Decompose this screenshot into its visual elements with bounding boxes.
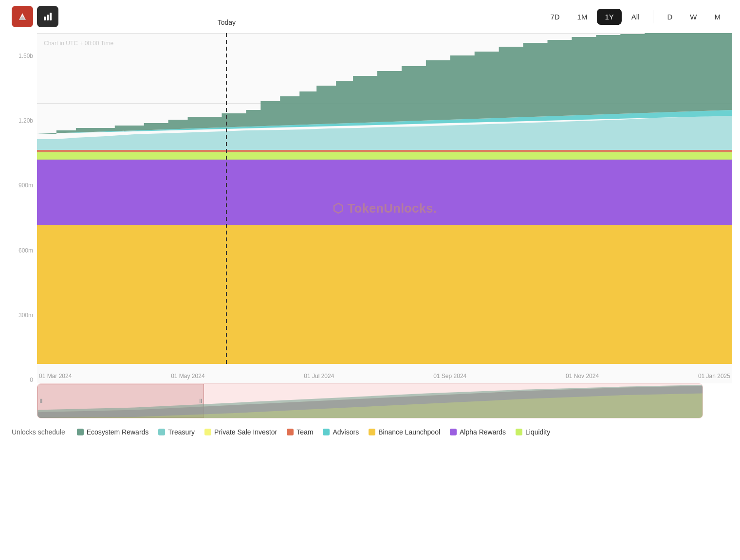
logo-button[interactable]	[12, 6, 33, 27]
y-label-600: 600m	[8, 247, 37, 254]
svg-rect-0	[44, 17, 46, 20]
y-label-300: 300m	[8, 312, 37, 319]
legend-item-private-sale: Private Sale Investor	[204, 428, 277, 436]
x-label-sep: 01 Sep 2024	[433, 373, 466, 379]
y-label-150: 1.50b	[8, 53, 37, 59]
legend-static-label: Unlocks schedule	[12, 428, 65, 436]
legend-label-binance: Binance Launchpool	[378, 428, 440, 436]
header-right: 7D 1M 1Y All D W M	[542, 9, 728, 25]
legend-dot-liquidity	[516, 429, 522, 435]
period-7d[interactable]: 7D	[542, 9, 567, 25]
x-label-may: 01 May 2024	[171, 373, 204, 379]
legend-label-liquidity: Liquidity	[525, 428, 550, 436]
legend-dot-advisors	[323, 429, 330, 435]
view-w[interactable]: W	[682, 9, 704, 25]
svg-rect-1	[47, 15, 49, 20]
header-divider	[653, 10, 653, 23]
utc-label: Chart in UTC + 00:00 Time	[44, 40, 113, 47]
period-1y[interactable]: 1Y	[597, 9, 621, 25]
period-1m[interactable]: 1M	[570, 9, 595, 25]
chart-type-button[interactable]	[37, 6, 58, 27]
chart-area: 1.50b 1.20b 900m 600m 300m 0 Chart in UT…	[0, 33, 740, 383]
legend-label-private-sale: Private Sale Investor	[214, 428, 277, 436]
header-left	[12, 6, 58, 27]
today-dashed-line	[226, 33, 227, 364]
legend-item-liquidity: Liquidity	[516, 428, 550, 436]
layer-team	[37, 150, 732, 152]
layer-private-sale	[37, 225, 732, 364]
legend-item-binance: Binance Launchpool	[369, 428, 440, 436]
legend-item-ecosystem: Ecosystem Rewards	[77, 428, 149, 436]
legend-dot-treasury	[158, 429, 165, 435]
legend-item-treasury: Treasury	[158, 428, 195, 436]
view-d[interactable]: D	[659, 9, 680, 25]
legend-label-ecosystem: Ecosystem Rewards	[87, 428, 149, 436]
legend-label-alpha: Alpha Rewards	[460, 428, 506, 436]
view-m[interactable]: M	[707, 9, 729, 25]
y-label-0: 0	[8, 377, 37, 383]
x-label-jul: 01 Jul 2024	[304, 373, 334, 379]
stacked-chart-svg	[37, 33, 732, 364]
legend-label-team: Team	[296, 428, 313, 436]
legend-dot-alpha	[450, 429, 457, 435]
svg-marker-5	[37, 385, 703, 418]
y-label-900: 900m	[8, 182, 37, 189]
y-label-120: 1.20b	[8, 117, 37, 124]
legend-item-team: Team	[287, 428, 313, 436]
y-axis: 1.50b 1.20b 900m 600m 300m 0	[8, 53, 37, 383]
legend-dot-ecosystem	[77, 429, 84, 435]
x-label-jan: 01 Jan 2025	[698, 373, 730, 379]
x-label-nov: 01 Nov 2024	[566, 373, 599, 379]
legend-dot-team	[287, 429, 294, 435]
legend-bar: Unlocks schedule Ecosystem Rewards Treas…	[0, 418, 740, 444]
x-label-mar: 01 Mar 2024	[39, 373, 72, 379]
layer-liquidity	[37, 152, 732, 160]
legend-label-advisors: Advisors	[333, 428, 359, 436]
legend-item-advisors: Advisors	[323, 428, 359, 436]
legend-dot-binance	[369, 429, 375, 435]
legend-item-alpha: Alpha Rewards	[450, 428, 506, 436]
legend-label-treasury: Treasury	[168, 428, 195, 436]
mini-chart-svg	[37, 384, 703, 418]
legend-dot-private-sale	[204, 429, 211, 435]
x-axis: 01 Mar 2024 01 May 2024 01 Jul 2024 01 S…	[37, 373, 732, 379]
header: 7D 1M 1Y All D W M	[0, 0, 740, 33]
chart-body[interactable]: Chart in UTC + 00:00 Time Today ⬡ TokenU…	[37, 33, 732, 383]
svg-rect-2	[50, 13, 52, 20]
today-label: Today	[218, 18, 236, 26]
period-all[interactable]: All	[624, 9, 648, 25]
mini-chart[interactable]: ⏸ ⏸	[37, 383, 703, 418]
today-line-container: Today	[226, 33, 227, 364]
